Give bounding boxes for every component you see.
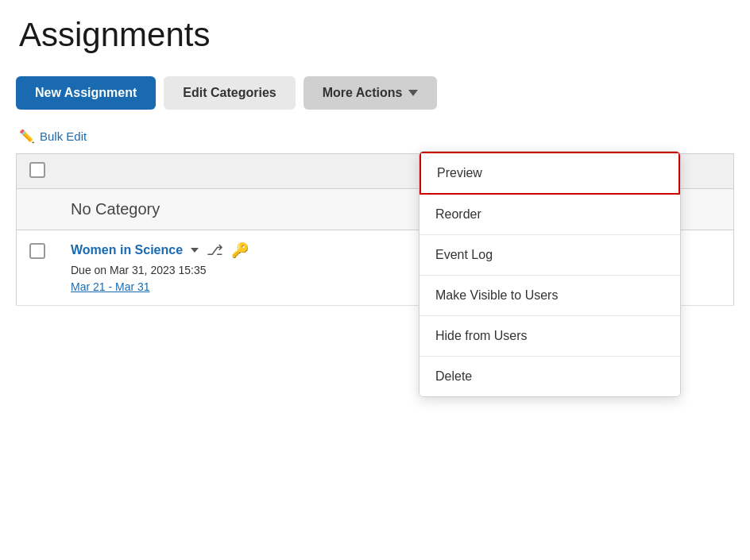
dropdown-item-preview-label: Preview — [437, 166, 482, 180]
assignment-checkbox[interactable] — [29, 243, 45, 259]
header-checkbox[interactable] — [29, 162, 45, 178]
dropdown-item-make-visible[interactable]: Make Visible to Users — [419, 276, 680, 316]
more-actions-dropdown: Preview Reorder Event Log Make Visible t… — [419, 151, 681, 397]
category-label: No Category — [71, 200, 160, 218]
toolbar: New Assignment Edit Categories More Acti… — [16, 76, 734, 110]
usb-icon: ⎇ — [207, 241, 223, 259]
edit-categories-button[interactable]: Edit Categories — [164, 76, 295, 110]
dropdown-item-event-log-label: Event Log — [435, 248, 493, 261]
edit-icon: ✏️ — [19, 129, 35, 144]
dropdown-item-event-log[interactable]: Event Log — [419, 235, 680, 276]
category-checkbox-cell — [17, 189, 59, 230]
chevron-down-icon — [408, 90, 418, 96]
assignment-checkbox-cell — [17, 230, 59, 306]
bulk-edit-label: Bulk Edit — [40, 129, 87, 143]
dropdown-item-delete-label: Delete — [435, 369, 472, 383]
assignment-date-range[interactable]: Mar 21 - Mar 31 — [71, 280, 150, 293]
assignment-title-link[interactable]: Women in Science — [71, 243, 183, 257]
bulk-edit-link[interactable]: ✏️ Bulk Edit — [19, 129, 87, 144]
page-container: Assignments New Assignment Edit Categori… — [0, 0, 750, 560]
dropdown-item-hide[interactable]: Hide from Users — [419, 316, 680, 357]
key-icon: 🔑 — [231, 241, 249, 259]
dropdown-item-preview[interactable]: Preview — [419, 152, 680, 195]
bulk-edit-row: ✏️ Bulk Edit — [16, 129, 734, 144]
header-checkbox-col — [17, 154, 59, 189]
more-actions-button[interactable]: More Actions — [303, 76, 438, 110]
dropdown-item-reorder-label: Reorder — [435, 207, 481, 221]
dropdown-item-reorder[interactable]: Reorder — [419, 195, 680, 235]
dropdown-item-make-visible-label: Make Visible to Users — [435, 288, 558, 302]
dropdown-item-delete[interactable]: Delete — [419, 357, 680, 396]
new-assignment-button[interactable]: New Assignment — [16, 76, 156, 110]
page-title: Assignments — [16, 16, 734, 54]
assignment-dropdown-arrow[interactable] — [191, 248, 199, 253]
more-actions-label: More Actions — [323, 86, 403, 100]
dropdown-item-hide-label: Hide from Users — [435, 329, 528, 342]
